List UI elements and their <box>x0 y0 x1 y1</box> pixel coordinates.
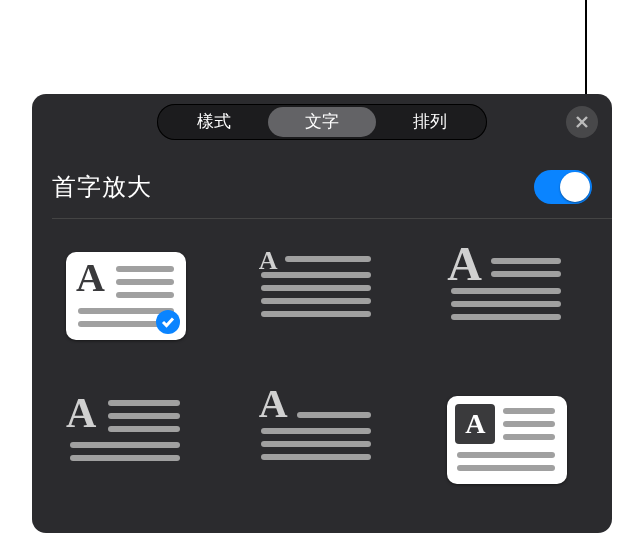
format-panel: 樣式 文字 排列 首字放大 A <box>32 94 612 533</box>
dropcap-style-5[interactable]: A <box>257 396 377 484</box>
text-lines-icon <box>297 412 371 418</box>
dropcap-style-3[interactable]: A <box>447 252 567 340</box>
text-lines-icon <box>503 408 555 440</box>
selected-check-icon <box>156 310 180 334</box>
dropcap-style-4[interactable]: A <box>66 396 186 484</box>
text-lines-icon <box>261 428 371 460</box>
dropcap-style-1[interactable]: A <box>66 252 186 340</box>
tab-arrange[interactable]: 排列 <box>376 107 484 137</box>
divider <box>52 218 612 219</box>
dropcap-style-6[interactable]: A <box>447 396 567 484</box>
toggle-knob <box>560 172 590 202</box>
letter-a-icon: A <box>259 384 288 424</box>
letter-a-icon: A <box>66 392 96 434</box>
text-lines-icon <box>457 452 555 471</box>
letter-a-icon: A <box>259 248 278 274</box>
text-lines-icon <box>491 258 561 277</box>
dropcap-style-grid: A A A <box>66 252 578 484</box>
dropcap-label: 首字放大 <box>52 171 152 203</box>
close-button[interactable] <box>566 106 598 138</box>
text-lines-icon <box>285 256 371 262</box>
text-lines-icon <box>70 442 180 461</box>
letter-a-box-icon: A <box>455 404 495 444</box>
dropcap-style-2[interactable]: A <box>257 252 377 340</box>
letter-a-icon: A <box>76 258 105 298</box>
text-lines-icon <box>116 266 174 298</box>
dropcap-section-row: 首字放大 <box>52 170 592 204</box>
dropcap-toggle[interactable] <box>534 170 592 204</box>
letter-a-icon: A <box>447 240 482 288</box>
tab-style[interactable]: 樣式 <box>160 107 268 137</box>
close-icon <box>575 115 589 129</box>
text-lines-icon <box>261 272 371 317</box>
tab-bar: 樣式 文字 排列 <box>157 104 487 140</box>
tab-text[interactable]: 文字 <box>268 107 376 137</box>
text-lines-icon <box>451 288 561 320</box>
text-lines-icon <box>108 400 180 432</box>
